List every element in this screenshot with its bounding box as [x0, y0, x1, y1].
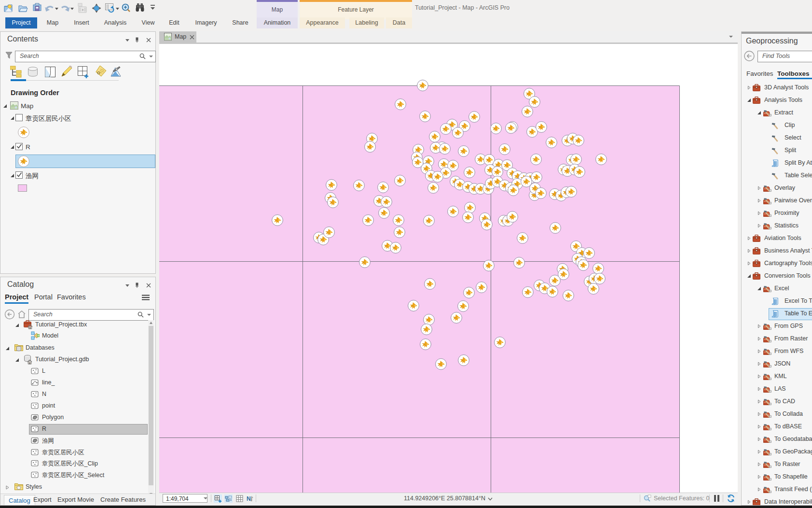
svg-text:N: N — [247, 495, 251, 502]
